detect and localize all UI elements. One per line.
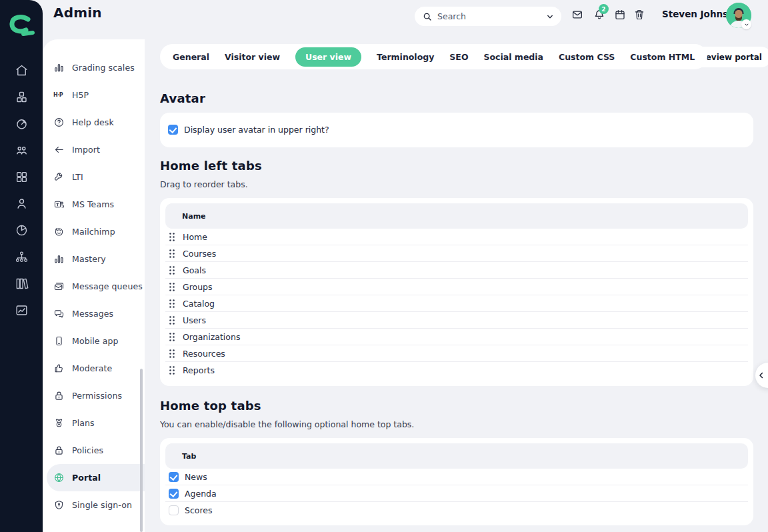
sidebar-item-label: H5P: [72, 90, 89, 100]
lock-icon: [53, 390, 65, 401]
chevron-down-icon[interactable]: [545, 12, 555, 21]
chevron-left-icon: [757, 371, 766, 380]
row-label: Home: [183, 232, 207, 242]
rail-person-icon[interactable]: [0, 190, 43, 217]
sidebar-item-label: Grading scales: [72, 63, 135, 73]
sidebar-item-single-sign-on[interactable]: Single sign-on: [43, 491, 145, 519]
sidebar-item-mobile-app[interactable]: Mobile app: [43, 327, 145, 355]
row-label: Agenda: [185, 489, 217, 499]
rail-grid-icon[interactable]: [0, 163, 43, 190]
sidebar-item-label: LTI: [72, 172, 83, 182]
sidebar-item-messages[interactable]: Messages: [43, 300, 145, 327]
trash-icon[interactable]: [633, 9, 645, 21]
rail-people-group-icon[interactable]: [0, 137, 43, 163]
drag-handle-icon[interactable]: [169, 283, 175, 291]
column-header: Tab: [165, 443, 748, 469]
tab-seo[interactable]: SEO: [449, 52, 468, 62]
sidebar-item-moderate[interactable]: Moderate: [43, 355, 145, 382]
sidebar-item-h5p[interactable]: H·P H5P: [43, 81, 145, 109]
table-row[interactable]: Scores: [165, 502, 748, 519]
sidebar-item-help-desk[interactable]: Help desk: [43, 109, 145, 136]
home-left-tabs-subtitle: Drag to reorder tabs.: [160, 179, 248, 189]
row-label: Courses: [183, 249, 216, 259]
sidebar-item-lti[interactable]: LTI: [43, 163, 145, 191]
avatar-menu-chevron[interactable]: [741, 19, 751, 29]
sidebar-item-import[interactable]: Import: [43, 136, 145, 163]
globe-icon: [53, 472, 65, 483]
sidebar-item-portal[interactable]: Portal: [47, 464, 145, 491]
table-row[interactable]: Users: [165, 312, 748, 329]
drag-handle-icon[interactable]: [169, 366, 175, 375]
app-logo[interactable]: [7, 15, 35, 37]
tab-general[interactable]: General: [173, 52, 209, 62]
rail-books-icon[interactable]: [0, 270, 43, 297]
scores-checkbox[interactable]: [169, 505, 179, 515]
avatar-section-title: Avatar: [160, 91, 205, 105]
chevron-down-icon: [744, 22, 749, 27]
home-left-tabs-title: Home left tabs: [160, 159, 262, 173]
mail-stack-icon: [53, 281, 65, 292]
rail-line-chart-icon[interactable]: [0, 297, 43, 323]
sidebar-item-label: Mobile app: [72, 336, 119, 346]
rail-home-icon[interactable]: [0, 57, 43, 83]
sidebar-item-grading-scales[interactable]: Grading scales: [43, 54, 145, 81]
table-row[interactable]: Organizations: [165, 329, 748, 345]
avatar-card: Display user avatar in upper right?: [160, 113, 753, 147]
thumbs-up-icon: [53, 363, 65, 374]
rail-hierarchy-icon[interactable]: [0, 243, 43, 270]
main-nav-rail: [0, 0, 43, 532]
tab-custom-css[interactable]: Custom CSS: [559, 52, 615, 62]
sidebar-item-mailchimp[interactable]: Mailchimp: [43, 218, 145, 245]
h5p-logo-icon: H·P: [53, 92, 65, 98]
drag-handle-icon[interactable]: [169, 316, 175, 325]
sidebar-item-message-queues[interactable]: Message queues: [43, 273, 145, 300]
sidebar-item-label: Mastery: [72, 254, 106, 264]
table-row[interactable]: Agenda: [165, 485, 748, 502]
agenda-checkbox[interactable]: [169, 489, 179, 499]
tab-social-media[interactable]: Social media: [484, 52, 544, 62]
table-row[interactable]: Courses: [165, 245, 748, 262]
tab-custom-html[interactable]: Custom HTML: [630, 52, 695, 62]
drag-handle-icon[interactable]: [169, 266, 175, 275]
rail-pie-chart-icon[interactable]: [0, 217, 43, 243]
search-input[interactable]: [437, 11, 540, 21]
wrench-icon: [53, 171, 65, 183]
sidebar-item-policies[interactable]: Policies: [43, 437, 145, 464]
medal-icon: [53, 417, 65, 429]
drag-handle-icon[interactable]: [169, 249, 175, 258]
sidebar-item-permissions[interactable]: Permissions: [43, 382, 145, 409]
table-row[interactable]: News: [165, 469, 748, 485]
tab-visitor-view[interactable]: Visitor view: [225, 52, 280, 62]
search-bar[interactable]: [415, 7, 561, 26]
sidebar-item-plans[interactable]: Plans: [43, 409, 145, 437]
drag-handle-icon[interactable]: [169, 333, 175, 341]
table-row[interactable]: Home: [165, 229, 748, 245]
drag-handle-icon[interactable]: [169, 299, 175, 308]
chat-bubbles-icon: [53, 308, 65, 319]
tab-user-view[interactable]: User view: [295, 47, 361, 67]
collapse-panel-button[interactable]: [755, 363, 768, 388]
sidebar-item-label: Help desk: [72, 117, 114, 127]
teams-logo-icon: [53, 199, 65, 210]
shield-icon: [53, 499, 65, 511]
table-row[interactable]: Resources: [165, 345, 748, 362]
table-row[interactable]: Groups: [165, 279, 748, 295]
tab-terminology[interactable]: Terminology: [377, 52, 434, 62]
settings-sidebar: Grading scales H·P H5P Help desk Import …: [43, 39, 145, 532]
calendar-icon[interactable]: [614, 9, 626, 21]
sidebar-item-label: Import: [72, 145, 100, 155]
news-checkbox[interactable]: [169, 472, 179, 482]
sidebar-scrollbar[interactable]: [140, 369, 143, 532]
rail-target-icon[interactable]: [0, 110, 43, 137]
table-row[interactable]: Goals: [165, 262, 748, 279]
table-row[interactable]: Reports: [165, 362, 748, 379]
sidebar-item-mastery[interactable]: Mastery: [43, 245, 145, 273]
table-row[interactable]: Catalog: [165, 295, 748, 312]
rail-cubes-icon[interactable]: [0, 83, 43, 110]
mail-icon[interactable]: [571, 9, 583, 21]
display-avatar-checkbox[interactable]: [168, 125, 178, 135]
drag-handle-icon[interactable]: [169, 349, 175, 358]
drag-handle-icon[interactable]: [169, 233, 175, 241]
sidebar-item-ms-teams[interactable]: MS Teams: [43, 191, 145, 218]
sidebar-item-label: Message queues: [72, 281, 143, 291]
